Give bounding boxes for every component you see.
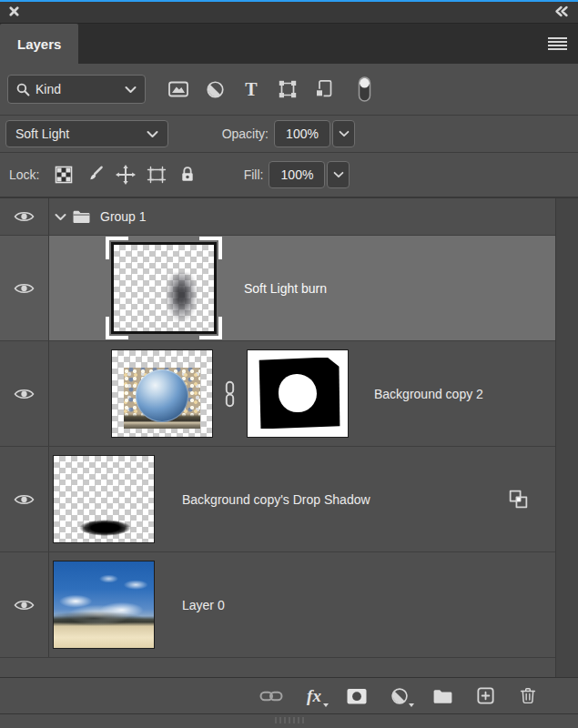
layer-name[interactable]: Soft Light burn — [244, 281, 327, 296]
visibility-cell[interactable] — [0, 236, 49, 340]
layers-list: Group 1 Soft Light burn — [0, 198, 578, 677]
crystal-ball-image — [124, 368, 200, 429]
layer-row-layer-0[interactable]: Layer 0 — [0, 552, 555, 658]
opacity-label: Opacity: — [168, 126, 269, 141]
opacity-control: 100% — [274, 120, 355, 147]
filter-type-layers-icon[interactable]: T — [240, 77, 262, 101]
visibility-cell[interactable] — [0, 447, 49, 551]
visibility-cell[interactable] — [0, 552, 49, 657]
lock-image-pixels-icon[interactable] — [83, 163, 106, 187]
opacity-dropdown-button[interactable] — [332, 120, 355, 147]
close-icon[interactable] — [9, 6, 19, 16]
panel-menu-icon[interactable] — [537, 24, 578, 64]
chevron-down-icon — [147, 130, 158, 138]
layers-bottom-toolbar: fx — [0, 677, 578, 714]
layer-thumbnail[interactable] — [111, 349, 213, 438]
filter-shape-layers-icon[interactable] — [277, 77, 299, 101]
eye-icon — [14, 492, 35, 507]
layer-name[interactable]: Group 1 — [100, 209, 147, 224]
new-layer-icon[interactable] — [473, 684, 497, 708]
caret-down — [323, 703, 329, 707]
scrollbar-gutter[interactable] — [555, 198, 578, 677]
group-folder-icon — [71, 208, 92, 225]
group-expander-chevron-icon[interactable] — [55, 213, 66, 221]
layer-filtering-toggle[interactable] — [353, 77, 375, 101]
eye-icon — [14, 387, 35, 401]
add-layer-style-icon[interactable]: fx — [302, 684, 326, 708]
layer-mask-thumbnail[interactable] — [247, 349, 349, 438]
layer-name[interactable]: Background copy's Drop Shadow — [182, 492, 370, 507]
panel-footer — [0, 714, 578, 726]
layer-row-drop-shadow[interactable]: Background copy's Drop Shadow — [0, 447, 555, 552]
delete-layer-icon[interactable] — [516, 684, 540, 708]
lock-position-icon[interactable] — [114, 163, 137, 187]
filter-bar: Kind T — [0, 64, 578, 116]
filter-kind-label: Kind — [35, 82, 61, 96]
tab-layers-label: Layers — [17, 36, 61, 52]
lock-label: Lock: — [9, 167, 39, 182]
blend-mode-value: Soft Light — [15, 126, 69, 141]
blend-mode-select[interactable]: Soft Light — [5, 120, 168, 147]
lock-artboard-nesting-icon[interactable] — [145, 163, 168, 187]
eye-icon — [14, 209, 35, 224]
add-layer-mask-icon[interactable] — [345, 684, 369, 708]
tab-strip: Layers — [0, 24, 578, 64]
opacity-input[interactable]: 100% — [274, 120, 330, 147]
filter-pixel-layers-icon[interactable] — [167, 77, 189, 101]
caret-down — [409, 703, 414, 707]
layer-name[interactable]: Layer 0 — [182, 598, 225, 612]
layer-row-soft-light-burn[interactable]: Soft Light burn — [0, 236, 555, 341]
fill-input[interactable]: 100% — [269, 161, 325, 188]
layer-thumbnail[interactable] — [53, 455, 155, 543]
chevron-down-icon — [339, 130, 350, 137]
filter-kind-select[interactable]: Kind — [7, 75, 146, 104]
visibility-cell[interactable] — [0, 198, 49, 235]
lock-bar: Lock: Fill: 100% — [0, 153, 578, 198]
visibility-cell[interactable] — [0, 341, 49, 446]
empty-layers-space — [0, 658, 555, 677]
search-icon — [16, 83, 30, 96]
layers-panel: Layers Kind T Soft Li — [0, 0, 578, 728]
layer-row-group-1[interactable]: Group 1 — [0, 198, 555, 236]
eye-icon — [14, 598, 35, 612]
mask-link-icon[interactable] — [223, 380, 237, 408]
lock-all-icon[interactable] — [176, 163, 199, 187]
top-accent-line — [0, 0, 578, 2]
layer-name[interactable]: Background copy 2 — [374, 387, 483, 401]
chevron-down-icon — [125, 86, 137, 94]
resize-grip[interactable] — [275, 717, 304, 723]
layer-row-background-copy-2[interactable]: Background copy 2 — [0, 341, 555, 447]
tab-layers[interactable]: Layers — [0, 24, 78, 64]
layer-thumbnail[interactable] — [53, 561, 155, 649]
collapse-panel-icon[interactable] — [553, 5, 569, 17]
filter-adjustment-layers-icon[interactable] — [204, 77, 226, 101]
blend-bar: Soft Light Opacity: 100% — [0, 116, 578, 153]
filter-smart-objects-icon[interactable] — [313, 77, 335, 101]
new-adjustment-layer-icon[interactable] — [388, 684, 411, 708]
chevron-down-icon — [333, 171, 344, 178]
link-layers-icon[interactable] — [259, 684, 283, 708]
mask-black-area — [257, 358, 340, 430]
new-group-icon[interactable] — [431, 684, 454, 708]
layer-thumbnail[interactable] — [111, 242, 217, 334]
eye-icon — [14, 281, 35, 296]
fill-label: Fill: — [203, 167, 263, 182]
double-square-badge-icon — [507, 488, 530, 511]
fill-dropdown-button[interactable] — [327, 161, 350, 188]
fill-control: 100% — [269, 161, 350, 188]
panel-title-bar — [0, 0, 578, 24]
lock-transparent-pixels-icon[interactable] — [52, 163, 76, 187]
